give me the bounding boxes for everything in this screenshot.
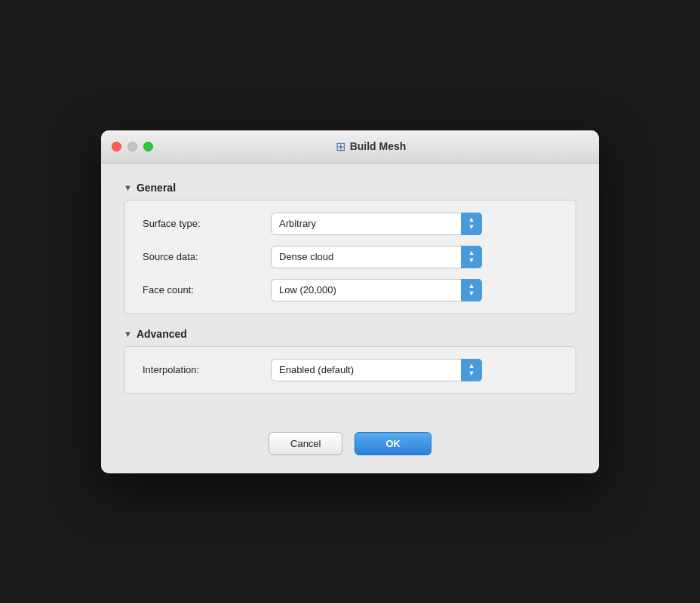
interpolation-row: Interpolation: Enabled (default) Disable… <box>143 359 557 381</box>
title-bar: ⊞ Build Mesh <box>101 130 599 164</box>
ok-button[interactable]: OK <box>355 432 431 455</box>
source-data-label: Source data: <box>143 251 271 262</box>
dialog-window: ⊞ Build Mesh ▼ General Surface type: Arb… <box>101 130 599 473</box>
close-button[interactable] <box>112 142 121 152</box>
window-controls <box>112 142 153 152</box>
source-data-select-wrapper: Dense cloud Depth maps Point cloud ▲ ▼ <box>271 246 482 268</box>
maximize-button[interactable] <box>143 142 153 152</box>
general-arrow-icon: ▼ <box>124 183 132 192</box>
interpolation-select-wrapper: Enabled (default) Disabled Extrapolated … <box>271 359 482 381</box>
general-section-header: ▼ General <box>124 182 576 194</box>
minimize-button[interactable] <box>127 142 137 152</box>
dialog-body: ▼ General Surface type: Arbitrary Height… <box>101 164 599 426</box>
surface-type-select-wrapper: Arbitrary Height field Custom ▲ ▼ <box>271 213 482 235</box>
source-data-select[interactable]: Dense cloud Depth maps Point cloud <box>271 246 482 268</box>
surface-type-label: Surface type: <box>143 218 271 229</box>
window-icon: ⊞ <box>336 139 345 154</box>
face-count-select-wrapper: Low (20,000) Medium (200,000) High (2,00… <box>271 279 482 302</box>
advanced-section-box: Interpolation: Enabled (default) Disable… <box>124 346 576 394</box>
advanced-section-header: ▼ Advanced <box>124 328 576 340</box>
dialog-footer: Cancel OK <box>101 426 599 473</box>
surface-type-row: Surface type: Arbitrary Height field Cus… <box>143 213 557 235</box>
window-title: Build Mesh <box>350 140 407 152</box>
interpolation-label: Interpolation: <box>143 364 271 375</box>
general-section-title: General <box>137 182 176 194</box>
cancel-button[interactable]: Cancel <box>269 432 342 455</box>
title-bar-center: ⊞ Build Mesh <box>153 139 588 154</box>
face-count-label: Face count: <box>143 284 271 295</box>
advanced-section-title: Advanced <box>137 328 187 340</box>
advanced-arrow-icon: ▼ <box>124 329 132 338</box>
source-data-row: Source data: Dense cloud Depth maps Poin… <box>143 246 557 268</box>
interpolation-select[interactable]: Enabled (default) Disabled Extrapolated <box>271 359 482 381</box>
face-count-row: Face count: Low (20,000) Medium (200,000… <box>143 279 557 302</box>
general-section-box: Surface type: Arbitrary Height field Cus… <box>124 200 576 314</box>
surface-type-select[interactable]: Arbitrary Height field Custom <box>271 213 482 235</box>
face-count-select[interactable]: Low (20,000) Medium (200,000) High (2,00… <box>271 279 482 302</box>
